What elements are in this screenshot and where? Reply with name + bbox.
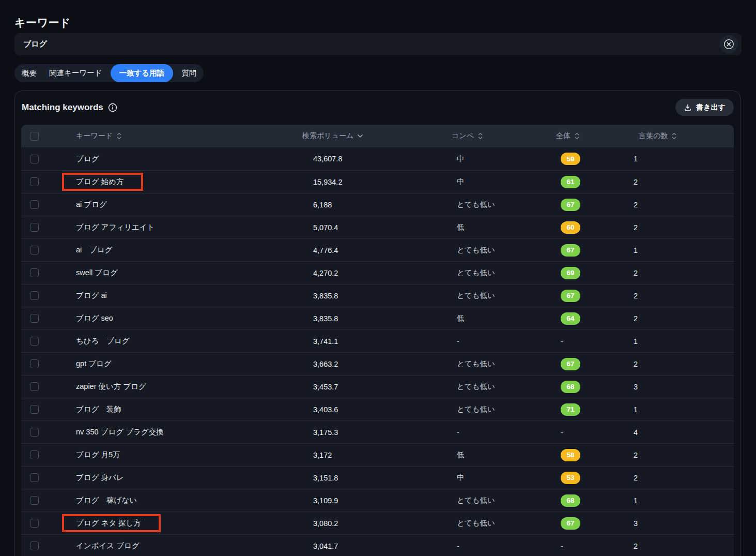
keyword-link[interactable]: zapier 使い方 ブログ (76, 382, 146, 392)
word-count-value: 2 (634, 269, 638, 277)
row-checkbox[interactable] (30, 200, 39, 209)
competition-value: 低 (457, 222, 465, 232)
keyword-link[interactable]: ブログ ai (76, 291, 107, 300)
search-volume-value: 3,080.2 (313, 519, 338, 528)
table-row: ブログ アフィリエイト 5,070.4 低 60 2 (21, 216, 734, 238)
panel-header: Matching keywords 書き出す (21, 99, 734, 116)
word-count-value: 2 (634, 178, 638, 186)
info-circle-icon[interactable] (108, 103, 117, 112)
panel-title: Matching keywords (22, 102, 103, 113)
select-all-checkbox[interactable] (30, 132, 39, 141)
search-volume-value: 3,403.6 (313, 405, 338, 414)
overall-score-badge: 67 (561, 199, 580, 211)
keyword-link[interactable]: ブログ アフィリエイト (76, 222, 155, 232)
keyword-link[interactable]: ブログ 始め方 (62, 173, 143, 191)
column-header-competition[interactable]: コンペ (452, 131, 483, 141)
row-checkbox[interactable] (30, 337, 39, 345)
search-volume-value: 5,070.4 (313, 223, 338, 232)
word-count-value: 2 (634, 223, 638, 232)
keyword-link[interactable]: ブログ (76, 154, 99, 164)
column-header-search-volume[interactable]: 検索ボリューム (302, 131, 363, 141)
overall-score-badge: 58 (561, 449, 580, 461)
keyword-link[interactable]: ブログ 装飾 (76, 404, 121, 414)
word-count-value: 1 (634, 155, 638, 163)
competition-value: とても低い (457, 268, 495, 278)
keyword-link[interactable]: ブログ 身バレ (76, 473, 124, 483)
keyword-link[interactable]: swell ブログ (76, 268, 118, 278)
export-button-label: 書き出す (696, 103, 726, 112)
row-checkbox[interactable] (30, 496, 39, 505)
word-count-value: 3 (634, 519, 638, 528)
keyword-link[interactable]: ブログ 月5万 (76, 450, 120, 460)
row-checkbox[interactable] (30, 473, 39, 482)
download-icon (684, 103, 692, 112)
table-row: ブログ 稼げない 3,109.9 とても低い 68 1 (21, 489, 734, 512)
competition-value: とても低い (457, 495, 495, 505)
competition-value: 中 (457, 473, 465, 483)
search-input-value: ブログ (23, 39, 47, 49)
table-row: ブログ 43,607.8 中 59 1 (21, 147, 734, 170)
overall-score-badge: 64 (561, 312, 580, 325)
competition-value: 中 (457, 154, 465, 164)
search-volume-value: 4,270.2 (313, 269, 338, 277)
table-header-row: キーワード 検索ボリューム コンペ 全体 (21, 125, 734, 147)
keyword-link[interactable]: ブログ ネタ 探し方 (62, 514, 161, 532)
row-checkbox[interactable] (30, 542, 39, 550)
search-volume-value: 3,109.9 (313, 497, 338, 505)
row-checkbox[interactable] (30, 177, 39, 186)
keyword-link[interactable]: ai ブログ (76, 245, 112, 255)
row-checkbox[interactable] (30, 246, 39, 254)
search-volume-value: 3,741.1 (313, 337, 338, 345)
row-checkbox[interactable] (30, 291, 39, 300)
competition-value: 低 (457, 313, 465, 323)
matching-keywords-panel: Matching keywords 書き出す キーワード (14, 91, 740, 556)
row-checkbox[interactable] (30, 314, 39, 323)
clear-search-button[interactable] (720, 35, 738, 53)
overall-score-badge: 60 (561, 221, 580, 234)
row-checkbox[interactable] (30, 519, 39, 528)
table-row: ブログ 月5万 3,172 低 58 2 (21, 443, 734, 466)
search-volume-value: 15,934.2 (313, 178, 342, 186)
overall-score-badge: - (561, 337, 563, 345)
word-count-value: 1 (634, 405, 638, 414)
keyword-link[interactable]: ai ブログ (76, 200, 107, 209)
word-count-value: 2 (634, 360, 638, 368)
keyword-link[interactable]: ブログ seo (76, 313, 113, 323)
column-header-overall[interactable]: 全体 (556, 131, 580, 141)
circle-x-icon (723, 38, 735, 50)
keyword-link[interactable]: インボイス ブログ (76, 541, 140, 551)
overall-score-badge: 67 (561, 517, 580, 530)
row-checkbox[interactable] (30, 450, 39, 459)
row-checkbox[interactable] (30, 382, 39, 391)
row-checkbox[interactable] (30, 428, 39, 437)
tab-questions[interactable]: 質問 (181, 68, 196, 78)
row-checkbox[interactable] (30, 223, 39, 232)
competition-value: - (457, 337, 459, 345)
overall-score-badge: - (561, 428, 563, 437)
row-checkbox[interactable] (30, 155, 39, 163)
tab-overview[interactable]: 概要 (22, 68, 37, 78)
keyword-link[interactable]: ブログ 稼げない (76, 495, 137, 505)
search-volume-value: 3,663.2 (313, 360, 338, 368)
table-row: ブログ 装飾 3,403.6 とても低い 71 1 (21, 398, 734, 420)
tab-matching-terms[interactable]: 一致する用語 (111, 64, 174, 82)
keyword-link[interactable]: nv 350 ブログ プラグ交換 (76, 427, 164, 437)
word-count-value: 1 (634, 497, 638, 505)
table-row: インボイス ブログ 3,041.7 - - 2 (21, 534, 734, 556)
competition-value: とても低い (457, 518, 495, 528)
row-checkbox[interactable] (30, 359, 39, 368)
export-button[interactable]: 書き出す (675, 99, 734, 116)
table-row: ちひろ ブログ 3,741.1 - - 1 (21, 329, 734, 352)
keyword-link[interactable]: gpt ブログ (76, 359, 112, 369)
column-header-keyword[interactable]: キーワード (76, 131, 122, 141)
keyword-search-input[interactable]: ブログ (14, 33, 742, 55)
sort-both-icon (116, 132, 122, 140)
sort-both-icon (574, 132, 580, 140)
row-checkbox[interactable] (30, 405, 39, 414)
overall-score-badge: 68 (561, 494, 580, 507)
keyword-link[interactable]: ちひろ ブログ (76, 336, 130, 346)
sort-both-icon (671, 132, 677, 140)
row-checkbox[interactable] (30, 268, 39, 277)
tab-related-keywords[interactable]: 関連キーワード (49, 68, 102, 78)
column-header-word-count[interactable]: 言葉の数 (639, 131, 677, 141)
